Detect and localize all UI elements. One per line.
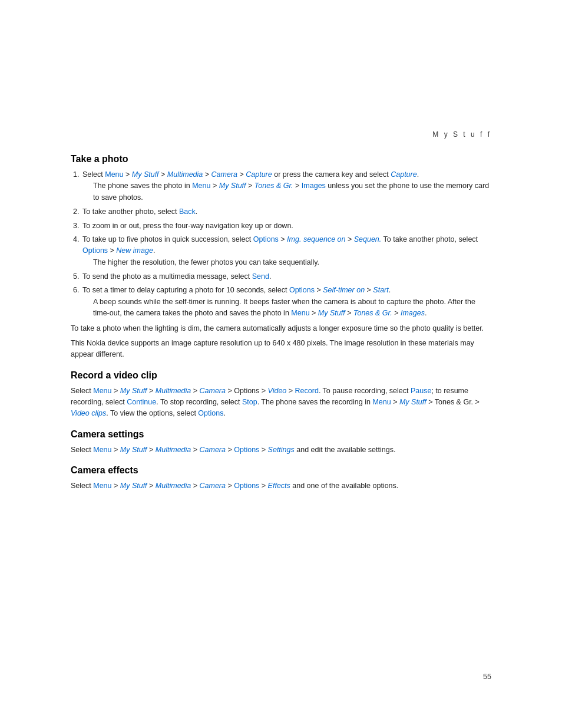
take-a-photo-title: Take a photo	[71, 154, 491, 164]
link-tonesgr-2[interactable]: Tones & Gr.	[353, 309, 392, 317]
step-1-text: Select Menu > My Stuff > Multimedia > Ca…	[82, 170, 419, 179]
take-a-photo-closing-1: To take a photo when the lighting is dim…	[71, 323, 491, 334]
link-options-4[interactable]: Options	[198, 409, 223, 417]
link-menu-5[interactable]: Menu	[372, 398, 391, 406]
link-mystuff-6[interactable]: My Stuff	[120, 446, 147, 454]
link-camera-3[interactable]: Camera	[200, 446, 226, 454]
link-options-2[interactable]: Options	[82, 246, 108, 255]
header: M y S t u f f	[0, 0, 562, 144]
camera-settings-text: Select Menu > My Stuff > Multimedia > Ca…	[71, 444, 491, 456]
link-mystuff-1[interactable]: My Stuff	[132, 170, 159, 179]
link-menu-7[interactable]: Menu	[93, 482, 111, 490]
page: M y S t u f f Take a photo Select Menu >…	[0, 0, 562, 728]
link-mystuff-7[interactable]: My Stuff	[120, 482, 147, 490]
camera-effects-section: Camera effects Select Menu > My Stuff > …	[71, 465, 491, 492]
step-6: To set a timer to delay capturing a phot…	[81, 285, 491, 319]
link-options-5[interactable]: Options	[234, 446, 259, 454]
link-menu-2[interactable]: Menu	[192, 182, 210, 190]
link-multimedia-1[interactable]: Multimedia	[167, 170, 203, 179]
chapter-label: M y S t u f f	[432, 130, 491, 139]
link-back[interactable]: Back	[179, 207, 196, 216]
link-images-1[interactable]: Images	[302, 182, 326, 190]
link-camera-2[interactable]: Camera	[200, 387, 226, 395]
link-imgsequence[interactable]: Img. sequence on	[287, 235, 345, 243]
link-settings[interactable]: Settings	[268, 446, 295, 454]
link-record[interactable]: Record	[295, 387, 319, 395]
take-a-photo-closing-2: This Nokia device supports an image capt…	[71, 338, 491, 361]
link-multimedia-2[interactable]: Multimedia	[156, 387, 191, 395]
camera-effects-title: Camera effects	[71, 465, 491, 476]
record-video-text: Select Menu > My Stuff > Multimedia > Ca…	[71, 386, 491, 420]
link-camera-1[interactable]: Camera	[211, 170, 237, 179]
link-effects[interactable]: Effects	[268, 482, 290, 490]
link-menu-6[interactable]: Menu	[93, 446, 111, 454]
link-start[interactable]: Start	[373, 286, 388, 294]
link-capture-1[interactable]: Capture	[246, 170, 272, 179]
link-capture-2[interactable]: Capture	[391, 170, 416, 179]
link-options-1[interactable]: Options	[253, 235, 279, 243]
step-1: Select Menu > My Stuff > Multimedia > Ca…	[81, 169, 491, 203]
step-4: To take up to five photos in quick succe…	[81, 234, 491, 268]
link-tonesgr-1[interactable]: Tones & Gr.	[254, 182, 293, 190]
link-stop[interactable]: Stop	[242, 398, 257, 406]
step-3: To zoom in or out, press the four-way na…	[81, 220, 491, 232]
main-content: Take a photo Select Menu > My Stuff > Mu…	[0, 154, 562, 492]
take-a-photo-steps: Select Menu > My Stuff > Multimedia > Ca…	[81, 169, 491, 319]
camera-settings-section: Camera settings Select Menu > My Stuff >…	[71, 429, 491, 456]
camera-settings-title: Camera settings	[71, 429, 491, 440]
step-1-indent: The phone saves the photo in Menu > My S…	[93, 180, 491, 203]
step-5: To send the photo as a multimedia messag…	[81, 271, 491, 282]
record-video-title: Record a video clip	[71, 370, 491, 381]
link-multimedia-3[interactable]: Multimedia	[156, 446, 191, 454]
link-multimedia-4[interactable]: Multimedia	[156, 482, 191, 490]
link-mystuff-2[interactable]: My Stuff	[219, 182, 246, 190]
link-camera-4[interactable]: Camera	[200, 482, 226, 490]
record-video-section: Record a video clip Select Menu > My Stu…	[71, 370, 491, 420]
link-options-6[interactable]: Options	[234, 482, 259, 490]
link-menu-3[interactable]: Menu	[291, 309, 309, 317]
page-number: 55	[483, 673, 491, 681]
take-a-photo-section: Take a photo Select Menu > My Stuff > Mu…	[71, 154, 491, 361]
link-videoclips[interactable]: Video clips	[71, 409, 106, 417]
link-send[interactable]: Send	[252, 272, 269, 281]
link-images-2[interactable]: Images	[401, 309, 425, 317]
camera-effects-text: Select Menu > My Stuff > Multimedia > Ca…	[71, 480, 491, 492]
step-4-indent: The higher the resolution, the fewer pho…	[93, 257, 491, 268]
link-newimage[interactable]: New image	[116, 246, 153, 255]
link-menu-4[interactable]: Menu	[93, 387, 111, 395]
link-selftimer[interactable]: Self-timer on	[323, 286, 365, 294]
link-video[interactable]: Video	[268, 387, 287, 395]
link-options-3[interactable]: Options	[289, 286, 315, 294]
link-sequen[interactable]: Sequen.	[354, 235, 382, 243]
link-mystuff-4[interactable]: My Stuff	[120, 387, 147, 395]
link-mystuff-3[interactable]: My Stuff	[318, 309, 345, 317]
link-continue[interactable]: Continue	[127, 398, 156, 406]
link-mystuff-5[interactable]: My Stuff	[399, 398, 427, 406]
link-menu-1[interactable]: Menu	[105, 170, 123, 179]
step-6-indent: A beep sounds while the self-timer is ru…	[93, 297, 491, 319]
step-2: To take another photo, select Back.	[81, 206, 491, 218]
link-pause[interactable]: Pause	[411, 387, 431, 395]
